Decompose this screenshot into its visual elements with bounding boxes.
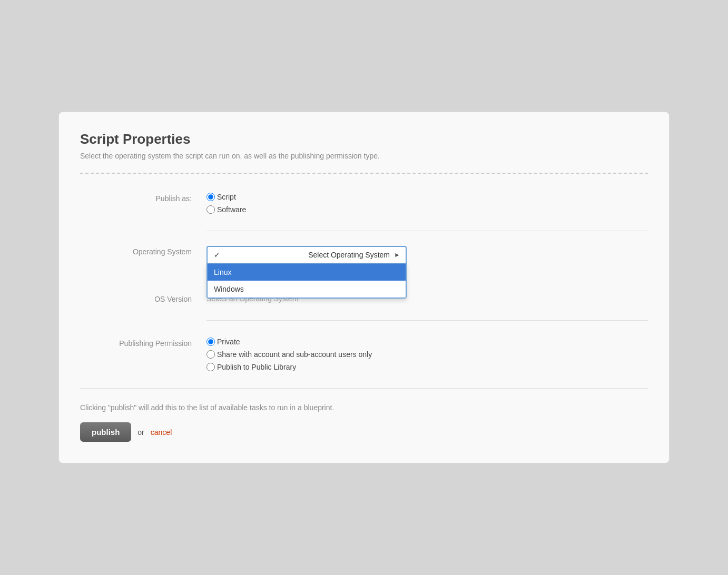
publish-as-label: Publish as: bbox=[80, 193, 206, 203]
perm-private-label: Private bbox=[217, 338, 240, 346]
publish-button[interactable]: publish bbox=[80, 422, 131, 442]
publish-as-script-radio[interactable] bbox=[206, 193, 215, 201]
perm-public-option[interactable]: Publish to Public Library bbox=[206, 363, 648, 371]
os-select-wrapper: ✓ Select Operating System ► Linux Window… bbox=[206, 246, 407, 264]
operating-system-row: Operating System ✓ Select Operating Syst… bbox=[80, 246, 648, 279]
dashed-divider bbox=[80, 173, 648, 174]
publishing-permission-row: Publishing Permission Private Share with… bbox=[80, 338, 648, 371]
perm-share-radio[interactable] bbox=[206, 350, 215, 359]
perm-public-label: Publish to Public Library bbox=[217, 363, 296, 371]
os-select-label: Select Operating System bbox=[308, 251, 390, 259]
solid-divider-3 bbox=[80, 388, 648, 389]
perm-share-label: Share with account and sub-account users… bbox=[217, 350, 372, 359]
publishing-permission-section: Publishing Permission Private Share with… bbox=[80, 338, 648, 371]
operating-system-section: Operating System ✓ Select Operating Syst… bbox=[80, 246, 648, 303]
os-dropdown-menu: Linux Windows bbox=[206, 264, 407, 299]
perm-private-radio[interactable] bbox=[206, 338, 215, 346]
os-version-label: OS Version bbox=[80, 293, 206, 303]
or-text: or bbox=[137, 428, 144, 437]
perm-share-option[interactable]: Share with account and sub-account users… bbox=[206, 350, 648, 359]
publish-as-script-option[interactable]: Script bbox=[206, 193, 648, 201]
os-linux-label: Linux bbox=[214, 268, 231, 276]
solid-divider-1 bbox=[206, 231, 648, 231]
page-title: Script Properties bbox=[80, 131, 648, 147]
chevron-down-icon: ► bbox=[394, 251, 400, 259]
perm-private-option[interactable]: Private bbox=[206, 338, 648, 346]
operating-system-label: Operating System bbox=[80, 246, 206, 256]
publish-as-software-label: Software bbox=[217, 205, 246, 214]
publishing-permission-label: Publishing Permission bbox=[80, 338, 206, 348]
solid-divider-2 bbox=[206, 320, 648, 321]
footer-info-text: Clicking "publish" will add this to the … bbox=[80, 403, 648, 412]
footer-section: Clicking "publish" will add this to the … bbox=[80, 403, 648, 442]
cancel-link[interactable]: cancel bbox=[151, 428, 172, 437]
publish-as-row: Publish as: Script Software bbox=[80, 193, 648, 214]
publish-as-section: Publish as: Script Software bbox=[80, 193, 648, 214]
publishing-permission-controls: Private Share with account and sub-accou… bbox=[206, 338, 648, 371]
operating-system-controls: ✓ Select Operating System ► Linux Window… bbox=[206, 246, 648, 279]
select-checkmark: ✓ bbox=[214, 251, 220, 259]
footer-actions: publish or cancel bbox=[80, 422, 648, 442]
os-option-linux[interactable]: Linux bbox=[208, 264, 406, 281]
perm-public-radio[interactable] bbox=[206, 363, 215, 371]
publish-as-software-radio[interactable] bbox=[206, 205, 215, 214]
publish-as-software-option[interactable]: Software bbox=[206, 205, 648, 214]
publish-as-script-label: Script bbox=[217, 193, 236, 201]
os-option-windows[interactable]: Windows bbox=[208, 281, 406, 298]
publish-as-controls: Script Software bbox=[206, 193, 648, 214]
script-properties-card: Script Properties Select the operating s… bbox=[58, 112, 670, 463]
publish-as-radio-group: Script Software bbox=[206, 193, 648, 214]
os-windows-label: Windows bbox=[214, 285, 244, 293]
publishing-permission-radio-group: Private Share with account and sub-accou… bbox=[206, 338, 648, 371]
os-select-display[interactable]: ✓ Select Operating System ► bbox=[206, 246, 407, 264]
page-subtitle: Select the operating system the script c… bbox=[80, 152, 648, 160]
